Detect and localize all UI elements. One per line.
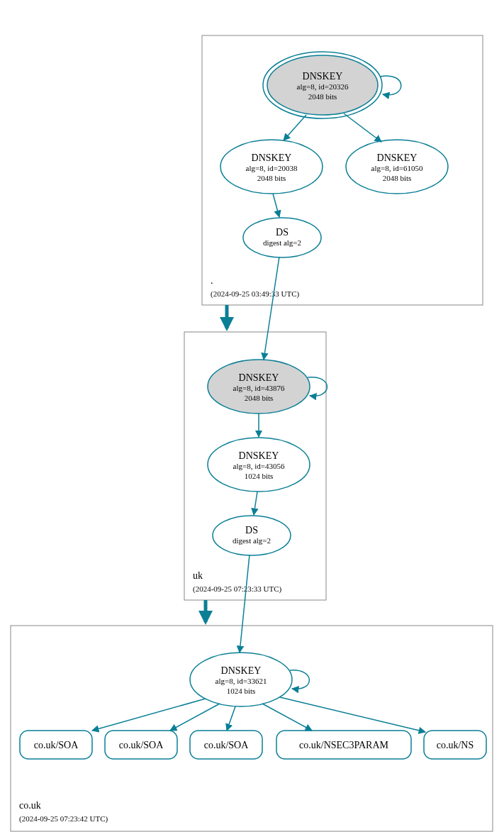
edge-couk-ns bbox=[280, 697, 425, 732]
zone-couk-name: co.uk bbox=[19, 800, 41, 811]
svg-point-4 bbox=[243, 218, 321, 257]
leaf-soa2-label: co.uk/SOA bbox=[119, 740, 164, 750]
node-root-ksk: DNSKEY alg=8, id=20326 2048 bits bbox=[263, 52, 382, 118]
node-uk-zsk-line1: alg=8, id=43056 bbox=[233, 462, 285, 470]
leaf-soa1: co.uk/SOA bbox=[20, 731, 92, 759]
node-root-ksk-title: DNSKEY bbox=[303, 71, 343, 82]
node-uk-ksk-title: DNSKEY bbox=[239, 372, 279, 383]
leaf-soa1-label: co.uk/SOA bbox=[34, 740, 79, 750]
edge-couk-zsk-self bbox=[290, 670, 309, 689]
node-uk-zsk-line2: 1024 bits bbox=[245, 472, 274, 480]
node-root-ds-title: DS bbox=[276, 227, 289, 238]
dnssec-diagram: . (2024-09-25 03:49:33 UTC) DNSKEY alg=8… bbox=[0, 0, 504, 832]
zone-uk-name: uk bbox=[193, 570, 203, 581]
edge-rootds-ukksk bbox=[264, 257, 279, 360]
edge-rootzsk-ds bbox=[273, 194, 279, 217]
node-root-ksk-line1: alg=8, id=20326 bbox=[297, 82, 349, 91]
node-uk-zsk-title: DNSKEY bbox=[239, 450, 279, 461]
node-uk-ds-title: DS bbox=[245, 525, 258, 536]
edge-root-ksk-self bbox=[380, 76, 401, 95]
node-root-zsk-line2: 2048 bits bbox=[257, 174, 286, 182]
leaf-ns: co.uk/NS bbox=[424, 731, 486, 759]
node-couk-zsk-line1: alg=8, id=33621 bbox=[215, 677, 267, 685]
node-uk-ksk: DNSKEY alg=8, id=43876 2048 bits bbox=[208, 360, 310, 414]
edge-uk-ksk-self bbox=[308, 377, 327, 396]
svg-point-7 bbox=[213, 516, 291, 555]
edge-couk-soa1 bbox=[92, 699, 206, 731]
node-root-zsk2-line1: alg=8, id=61050 bbox=[371, 164, 423, 172]
edge-rootksk-zsk bbox=[284, 115, 306, 140]
leaf-soa3-label: co.uk/SOA bbox=[204, 740, 250, 750]
node-root-ksk-line2: 2048 bits bbox=[308, 92, 337, 101]
leaf-ns-label: co.uk/NS bbox=[437, 740, 474, 750]
zone-root-timestamp: (2024-09-25 03:49:33 UTC) bbox=[211, 289, 300, 299]
node-root-zsk2-title: DNSKEY bbox=[377, 152, 418, 163]
zone-uk-timestamp: (2024-09-25 07:23:33 UTC) bbox=[193, 584, 282, 594]
node-uk-ds-line1: digest alg=2 bbox=[233, 536, 271, 545]
node-uk-ksk-line2: 2048 bits bbox=[245, 394, 274, 402]
node-root-zsk-line1: alg=8, id=20038 bbox=[246, 164, 298, 172]
node-uk-zsk: DNSKEY alg=8, id=43056 1024 bits bbox=[208, 438, 310, 492]
node-root-zsk2: DNSKEY alg=8, id=61050 2048 bits bbox=[346, 140, 448, 194]
zone-root-name: . bbox=[211, 275, 213, 286]
node-uk-ksk-line1: alg=8, id=43876 bbox=[233, 384, 285, 392]
node-couk-zsk-title: DNSKEY bbox=[221, 665, 262, 676]
edge-couk-nsec3 bbox=[262, 704, 312, 731]
node-couk-zsk-line2: 1024 bits bbox=[227, 687, 256, 695]
node-root-zsk2-line2: 2048 bits bbox=[383, 174, 412, 182]
zone-couk-timestamp: (2024-09-25 07:23:42 UTC) bbox=[19, 814, 108, 823]
leaf-soa2: co.uk/SOA bbox=[105, 731, 177, 759]
leaf-soa3: co.uk/SOA bbox=[190, 731, 262, 759]
edge-ukds-coukzsk bbox=[240, 555, 250, 653]
node-root-ds-line1: digest alg=2 bbox=[263, 238, 301, 247]
node-root-zsk-title: DNSKEY bbox=[252, 152, 292, 163]
node-uk-ds: DS digest alg=2 bbox=[213, 516, 291, 555]
edge-ukzsk-ukds bbox=[254, 492, 257, 515]
node-root-ds: DS digest alg=2 bbox=[243, 218, 321, 257]
leaf-nsec3-label: co.uk/NSEC3PARAM bbox=[299, 740, 388, 750]
node-root-zsk: DNSKEY alg=8, id=20038 2048 bits bbox=[220, 140, 323, 194]
edge-rootksk-zsk2 bbox=[344, 113, 381, 142]
edge-couk-soa3 bbox=[227, 706, 235, 731]
leaf-nsec3param: co.uk/NSEC3PARAM bbox=[276, 731, 411, 759]
edge-couk-soa2 bbox=[170, 704, 220, 731]
